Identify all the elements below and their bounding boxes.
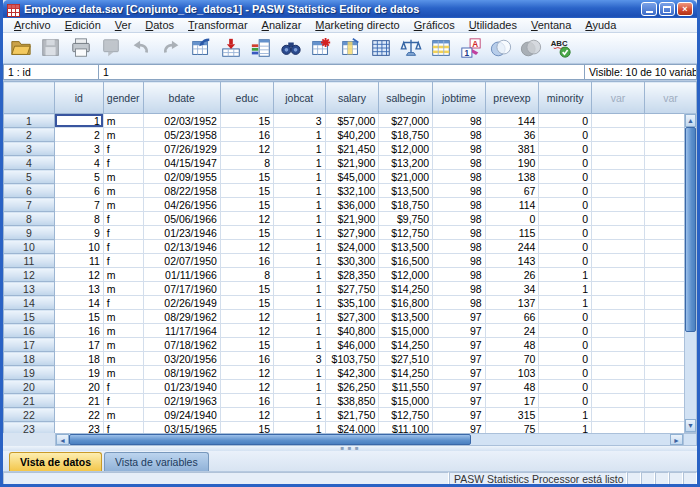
menu-edici-n[interactable]: Edición [58, 18, 108, 33]
cell-bdate-r12[interactable]: 01/11/1966 [143, 268, 220, 282]
cell-prevexp-r1[interactable]: 144 [485, 114, 539, 128]
cell-jobcat-r1[interactable]: 3 [274, 114, 325, 128]
cell-gender-r15[interactable]: m [103, 310, 143, 324]
cell-salbegin-r6[interactable]: $13,500 [379, 184, 433, 198]
cell-jobtime-r16[interactable]: 97 [433, 324, 486, 338]
spell-check-icon[interactable]: ABC [546, 35, 576, 62]
menu-transformar[interactable]: Transformar [181, 18, 255, 33]
cell-gender-r19[interactable]: m [103, 366, 143, 380]
cell-jobcat-r7[interactable]: 1 [274, 198, 325, 212]
cell-gender-r3[interactable]: f [103, 142, 143, 156]
cell-salbegin-r13[interactable]: $14,250 [379, 282, 433, 296]
cell-gender-r20[interactable]: f [103, 380, 143, 394]
cell-educ-r16[interactable]: 12 [220, 324, 273, 338]
menu-utilidades[interactable]: Utilidades [462, 18, 524, 33]
cell-jobtime-r9[interactable]: 98 [433, 226, 486, 240]
cell-id-r12[interactable]: 12 [54, 268, 103, 282]
menu-ventana[interactable]: Ventana [524, 18, 578, 33]
cell-minority-r14[interactable]: 1 [539, 296, 592, 310]
column-header-jobtime[interactable]: jobtime [433, 82, 486, 114]
cell-var-r10[interactable] [592, 240, 645, 254]
cell-id-r18[interactable]: 18 [54, 352, 103, 366]
goto-variable-icon[interactable] [216, 35, 246, 62]
horizontal-scroll-track[interactable] [471, 434, 670, 445]
cell-salbegin-r14[interactable]: $16,800 [379, 296, 433, 310]
select-all-corner[interactable] [4, 82, 55, 114]
cell-var-r20[interactable] [592, 380, 645, 394]
cell-id-r14[interactable]: 14 [54, 296, 103, 310]
cell-var-r3[interactable] [592, 142, 645, 156]
cell-bdate-r7[interactable]: 04/26/1956 [143, 198, 220, 212]
cell-jobcat-r16[interactable]: 1 [274, 324, 325, 338]
column-header-var-12[interactable]: var [644, 82, 696, 114]
column-header-gender[interactable]: gender [103, 82, 143, 114]
cell-prevexp-r9[interactable]: 115 [485, 226, 539, 240]
scroll-right-arrow-icon[interactable]: ► [670, 434, 683, 445]
vertical-scroll-track[interactable] [685, 332, 696, 419]
cell-salary-r18[interactable]: $103,750 [325, 352, 379, 366]
cell-var-r19[interactable] [592, 366, 645, 380]
row-header-6[interactable]: 6 [4, 184, 55, 198]
scroll-left-arrow-icon[interactable]: ◄ [56, 434, 69, 445]
cell-salary-r15[interactable]: $27,300 [325, 310, 379, 324]
cell-jobcat-r13[interactable]: 1 [274, 282, 325, 296]
cell-educ-r17[interactable]: 15 [220, 338, 273, 352]
cell-gender-r21[interactable]: f [103, 394, 143, 408]
cell-bdate-r16[interactable]: 11/17/1964 [143, 324, 220, 338]
cell-prevexp-r20[interactable]: 48 [485, 380, 539, 394]
cell-salary-r6[interactable]: $32,100 [325, 184, 379, 198]
cell-prevexp-r19[interactable]: 103 [485, 366, 539, 380]
cell-bdate-r20[interactable]: 01/23/1940 [143, 380, 220, 394]
cell-prevexp-r3[interactable]: 381 [485, 142, 539, 156]
cell-minority-r11[interactable]: 0 [539, 254, 592, 268]
row-header-11[interactable]: 11 [4, 254, 55, 268]
cell-minority-r9[interactable]: 0 [539, 226, 592, 240]
horizontal-scrollbar[interactable]: ◄ ► [55, 433, 697, 446]
row-header-1[interactable]: 1 [4, 114, 55, 128]
cell-jobtime-r15[interactable]: 97 [433, 310, 486, 324]
cell-var-r4[interactable] [592, 156, 645, 170]
row-header-14[interactable]: 14 [4, 296, 55, 310]
cell-prevexp-r2[interactable]: 36 [485, 128, 539, 142]
row-header-18[interactable]: 18 [4, 352, 55, 366]
variables-icon[interactable] [246, 35, 276, 62]
row-header-23[interactable]: 23 [4, 422, 55, 434]
cell-gender-r5[interactable]: m [103, 170, 143, 184]
maximize-button[interactable] [659, 2, 675, 16]
cell-educ-r22[interactable]: 12 [220, 408, 273, 422]
cell-id-r3[interactable]: 3 [54, 142, 103, 156]
column-header-bdate[interactable]: bdate [143, 82, 220, 114]
cell-prevexp-r16[interactable]: 24 [485, 324, 539, 338]
cell-salbegin-r11[interactable]: $16,500 [379, 254, 433, 268]
cell-gender-r7[interactable]: m [103, 198, 143, 212]
cell-var-r18[interactable] [592, 352, 645, 366]
cell-id-r10[interactable]: 10 [54, 240, 103, 254]
tab-vista-de-datos[interactable]: Vista de datos [9, 452, 102, 471]
cell-educ-r21[interactable]: 16 [220, 394, 273, 408]
cell-jobcat-r20[interactable]: 1 [274, 380, 325, 394]
cell-salary-r9[interactable]: $27,900 [325, 226, 379, 240]
scroll-down-arrow-icon[interactable]: ▼ [685, 419, 696, 432]
cell-educ-r3[interactable]: 12 [220, 142, 273, 156]
minimize-button[interactable] [641, 2, 657, 16]
cell-jobtime-r3[interactable]: 98 [433, 142, 486, 156]
cell-prevexp-r6[interactable]: 67 [485, 184, 539, 198]
cell-salbegin-r17[interactable]: $14,250 [379, 338, 433, 352]
row-header-9[interactable]: 9 [4, 226, 55, 240]
cell-salary-r7[interactable]: $36,000 [325, 198, 379, 212]
column-header-jobcat[interactable]: jobcat [274, 82, 325, 114]
cell-educ-r9[interactable]: 15 [220, 226, 273, 240]
cell-id-r21[interactable]: 21 [54, 394, 103, 408]
row-header-4[interactable]: 4 [4, 156, 55, 170]
cell-salary-r12[interactable]: $28,350 [325, 268, 379, 282]
cell-minority-r1[interactable]: 0 [539, 114, 592, 128]
cell-bdate-r11[interactable]: 02/07/1950 [143, 254, 220, 268]
cell-id-r4[interactable]: 4 [54, 156, 103, 170]
find-icon[interactable] [276, 35, 306, 62]
cell-jobcat-r2[interactable]: 1 [274, 128, 325, 142]
cell-var-r14[interactable] [592, 296, 645, 310]
split-file-icon[interactable] [366, 35, 396, 62]
cell-id-r22[interactable]: 22 [54, 408, 103, 422]
menu-archivo[interactable]: Archivo [7, 18, 58, 33]
menu-ayuda[interactable]: Ayuda [578, 18, 623, 33]
